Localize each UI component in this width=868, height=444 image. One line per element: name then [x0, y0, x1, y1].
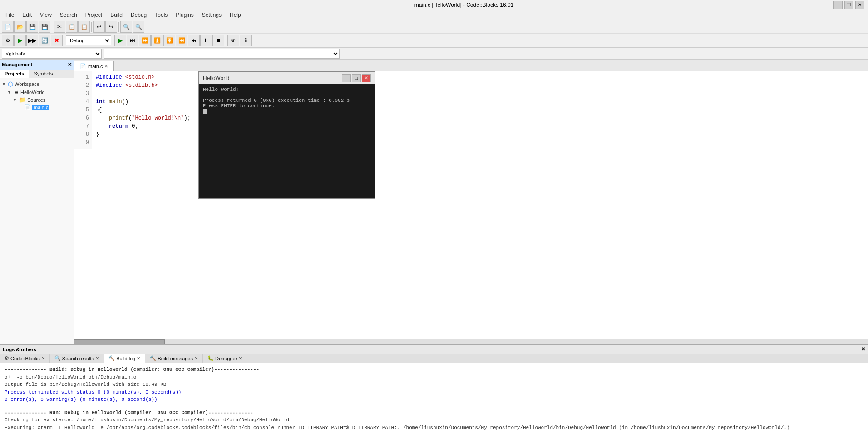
global-symbol-dropdown[interactable] [104, 49, 340, 59]
undo-button[interactable]: ↩ [93, 21, 105, 33]
build-button[interactable]: ⚙ [2, 35, 14, 46]
cut-button[interactable]: ✂ [54, 21, 65, 33]
log-errors: 0 error(s), 0 warning(s) (0 minute(s), 0… [5, 396, 863, 404]
tab-codeblocks[interactable]: ⚙ Code::Blocks ✕ [0, 354, 50, 363]
hw-maximize-button[interactable]: □ [352, 74, 361, 82]
tree-sources[interactable]: ▼ 📁 Sources [13, 96, 72, 104]
tree-workspace[interactable]: ▼ ⬡ Workspace [2, 80, 72, 88]
restore-button[interactable]: ❐ [844, 1, 853, 9]
helloworld-title: HelloWorld [203, 75, 229, 81]
debug-step-ins-button[interactable]: ⏮ [188, 35, 200, 46]
tab-search-close[interactable]: ✕ [95, 356, 99, 361]
tab-search-results[interactable]: 🔍 Search results ✕ [50, 354, 104, 363]
save-button[interactable]: 💾 [26, 21, 38, 33]
stop-button[interactable]: ✖ [51, 35, 63, 46]
tab-build-log-label: Build log [116, 356, 135, 361]
hw-cursor [203, 109, 207, 114]
sidebar-tree: ▼ ⬡ Workspace ▼ 🖥 HelloWorld ▼ 📁 Sou [0, 78, 74, 344]
sep6 [226, 35, 226, 45]
menu-view[interactable]: View [36, 11, 55, 19]
debug-next-button[interactable]: ⏩ [139, 35, 151, 46]
sidebar-tab-symbols[interactable]: Symbols [29, 70, 58, 78]
debug-stop-button[interactable]: ⏹ [212, 35, 224, 46]
log-build-header: -------------- Build: Debug in HelloWorl… [5, 366, 863, 374]
tab-codeblocks-close[interactable]: ✕ [41, 356, 45, 361]
debugger-icon: 🐛 [207, 355, 214, 361]
debug-start-button[interactable]: ▶ [114, 35, 126, 46]
editor-and-sidebar: Management ✕ Projects Symbols ▼ ⬡ Worksp… [0, 60, 868, 344]
sep5 [113, 35, 113, 45]
helloworld-icon: 🖥 [13, 89, 19, 95]
tab-build-messages-label: Build messages [158, 356, 193, 361]
minimize-button[interactable]: − [833, 1, 843, 9]
cb-icon: ⚙ [5, 355, 9, 361]
menu-tools[interactable]: Tools [151, 11, 171, 19]
tab-build-log[interactable]: 🔨 Build log ✕ [104, 354, 145, 363]
build-messages-icon: 🔨 [150, 355, 156, 361]
app: main.c [HelloWorld] - Code::Blocks 16.01… [0, 0, 868, 444]
workspace-label: Workspace [15, 81, 39, 87]
sidebar-tabs: Projects Symbols [0, 70, 74, 78]
editor-tab-mainc[interactable]: 📄 main.c ✕ [74, 61, 114, 71]
tab-debugger-close[interactable]: ✕ [238, 356, 242, 361]
workspace-icon: ⬡ [8, 80, 13, 88]
bottom-close-icon[interactable]: ✕ [861, 346, 865, 352]
hw-close-button[interactable]: ✕ [362, 74, 371, 82]
menu-edit[interactable]: Edit [19, 11, 35, 19]
helloworld-label: HelloWorld [20, 90, 45, 95]
tab-build-log-close[interactable]: ✕ [137, 356, 140, 361]
paste-button[interactable]: 📋 [78, 21, 90, 33]
titlebar-controls: − ❐ ✕ [833, 1, 864, 9]
tab-build-messages[interactable]: 🔨 Build messages ✕ [145, 354, 203, 363]
debug-step-button[interactable]: ⏭ [127, 35, 138, 46]
close-button[interactable]: ✕ [855, 1, 864, 9]
debug-info-button[interactable]: ℹ [240, 35, 252, 46]
run-button[interactable]: ▶ [14, 35, 26, 46]
menu-plugins[interactable]: Plugins [172, 11, 197, 19]
menu-help[interactable]: Help [226, 11, 245, 19]
global-scope-dropdown[interactable]: <global> [2, 49, 102, 59]
hw-output-line2 [203, 92, 371, 98]
tree-helloworld[interactable]: ▼ 🖥 HelloWorld [7, 88, 72, 96]
log-checking: Checking for existence: /home/liushuxin/… [5, 416, 863, 424]
debug-next-ins-button[interactable]: ⏪ [176, 35, 187, 46]
debug-watches-button[interactable]: 👁 [227, 35, 239, 46]
tab-debugger[interactable]: 🐛 Debugger ✕ [203, 354, 247, 363]
debug-config-dropdown[interactable]: Debug Release [66, 35, 111, 45]
debug-step-out-button[interactable]: ⏫ [151, 35, 163, 46]
bottom-panel: Logs & others ✕ ⚙ Code::Blocks ✕ 🔍 Searc… [0, 344, 868, 444]
window-title: main.c [HelloWorld] - Code::Blocks 16.01 [414, 2, 514, 8]
copy-button[interactable]: 📋 [66, 21, 78, 33]
sidebar-close-icon[interactable]: ✕ [68, 62, 72, 68]
tab-build-messages-close[interactable]: ✕ [194, 356, 198, 361]
globalbar: <global> [0, 48, 868, 60]
new-file-button[interactable]: 📄 [2, 21, 14, 33]
replace-button[interactable]: 🔍 [133, 21, 144, 33]
editor-content[interactable]: 123456789 #include <stdio.h> #include <s… [74, 71, 868, 339]
menu-debug[interactable]: Debug [127, 11, 150, 19]
find-button[interactable]: 🔍 [120, 21, 132, 33]
menu-build[interactable]: Build [107, 11, 126, 19]
hw-minimize-button[interactable]: − [342, 74, 351, 82]
bottom-content: -------------- Build: Debug in HelloWorl… [0, 363, 868, 444]
debug-run-to-button[interactable]: ⏬ [163, 35, 175, 46]
open-file-button[interactable]: 📂 [14, 21, 26, 33]
menu-search[interactable]: Search [56, 11, 81, 19]
redo-button[interactable]: ↪ [105, 21, 117, 33]
menu-file[interactable]: File [2, 11, 18, 19]
tab-debugger-label: Debugger [215, 356, 237, 361]
rebuild-button[interactable]: 🔄 [39, 35, 50, 46]
tab-search-label: Search results [62, 356, 94, 361]
menu-project[interactable]: Project [82, 11, 106, 19]
save-all-button[interactable]: 💾 [39, 21, 50, 33]
sidebar-tab-projects[interactable]: Projects [0, 70, 29, 78]
tree-mainc[interactable]: ▶ 📄 main.c [18, 104, 72, 111]
menu-settings[interactable]: Settings [198, 11, 225, 19]
scroll-thumb[interactable] [74, 339, 165, 344]
debug-pause-button[interactable]: ⏸ [200, 35, 212, 46]
tab-close-icon[interactable]: ✕ [104, 64, 108, 69]
editor-scrollbar[interactable] [74, 339, 868, 344]
sidebar: Management ✕ Projects Symbols ▼ ⬡ Worksp… [0, 60, 74, 344]
build-run-button[interactable]: ▶▶ [26, 35, 38, 46]
log-process-terminated: Process terminated with status 0 (0 minu… [5, 389, 863, 396]
